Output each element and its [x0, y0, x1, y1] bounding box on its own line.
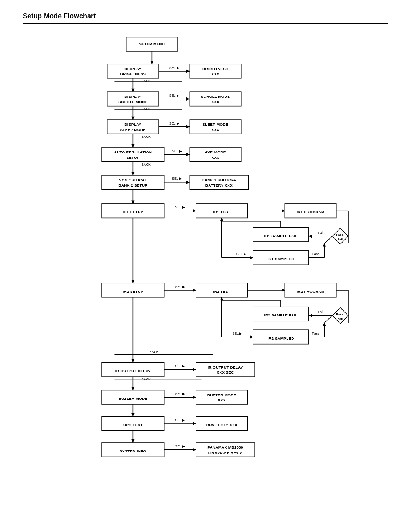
display-brightness-label: DISPLAY	[124, 67, 141, 71]
svg-rect-122	[196, 390, 247, 405]
back-label-4: BACK	[142, 163, 151, 166]
bank2-shutoff-label: BANK 2 SHUTOFF	[202, 178, 236, 182]
svg-marker-125	[131, 413, 134, 416]
svg-text:Fail: Fail	[338, 238, 343, 241]
panamax-mb1000-label: PANAMAX MB1000	[207, 445, 243, 449]
svg-text:XXX: XXX	[218, 398, 226, 402]
back-label-1: BACK	[142, 79, 151, 83]
svg-marker-2	[150, 61, 153, 64]
svg-rect-23	[107, 120, 159, 134]
svg-marker-91	[309, 314, 312, 317]
svg-rect-17	[190, 92, 241, 106]
svg-marker-79	[131, 280, 134, 283]
svg-rect-27	[190, 120, 241, 134]
svg-rect-13	[107, 92, 159, 106]
sel-label-4: SEL ▶	[172, 149, 182, 153]
svg-marker-71	[250, 256, 253, 259]
sel-label-1: SEL ▶	[169, 66, 179, 70]
sel-label-8: SEL ▶	[175, 418, 185, 422]
pass-fail-diamond-ir2: Pass/	[336, 313, 344, 316]
sel-label-5: SEL ▶	[172, 177, 182, 181]
sel-label-2: SEL ▶	[169, 94, 179, 97]
non-critical-label: NON CRITICAL	[119, 178, 147, 182]
svg-text:FIRMWARE REV A: FIRMWARE REV A	[208, 451, 243, 455]
brightness-xxx-label: BRIGHTNESS	[202, 67, 228, 71]
avr-mode-xxx-label: AVR MODE	[205, 150, 226, 154]
svg-marker-12	[131, 89, 134, 92]
display-sleep-label: DISPLAY	[124, 122, 141, 126]
pass-label-ir1: Pass	[312, 252, 320, 256]
sleep-mode-xxx-label: SLEEP MODE	[202, 122, 228, 126]
svg-marker-76	[323, 243, 326, 246]
back-label-2: BACK	[142, 107, 151, 111]
svg-marker-118	[131, 387, 134, 390]
svg-marker-53	[193, 209, 196, 212]
ups-test-label: UPS TEST	[123, 423, 143, 427]
svg-text:SCROLL MODE: SCROLL MODE	[118, 100, 147, 104]
svg-text:SETUP: SETUP	[126, 155, 140, 160]
ir2-program-label: IR2 PROGRAM	[296, 289, 324, 294]
back-label-6: BACK	[142, 377, 151, 381]
svg-text:XXX: XXX	[212, 128, 220, 132]
sel-label-6: SEL ▶	[175, 364, 185, 368]
svg-text:BATTERY XXX: BATTERY XXX	[206, 183, 233, 187]
svg-rect-7	[190, 64, 241, 78]
svg-text:Fail: Fail	[338, 317, 343, 320]
svg-rect-47	[190, 175, 248, 190]
ir1-sampled-label: IR1 SAMPLED	[268, 257, 294, 261]
buzzer-mode-xxx-label: BUZZER MODE	[207, 393, 236, 397]
sel-label-9: SEL ▶	[175, 444, 185, 448]
svg-marker-50	[131, 201, 134, 204]
svg-text:BRIGHTNESS: BRIGHTNESS	[120, 72, 146, 76]
svg-rect-37	[190, 147, 241, 162]
ir1-program-label: IR1 PROGRAM	[296, 210, 324, 214]
ir2-test-label: IR2 TEST	[213, 289, 231, 294]
svg-marker-26	[186, 125, 190, 128]
sel-label-7: SEL ▶	[175, 392, 185, 396]
svg-marker-108	[131, 359, 134, 362]
svg-marker-82	[193, 289, 196, 292]
svg-marker-104	[323, 323, 326, 326]
svg-text:BANK 2 SETUP: BANK 2 SETUP	[118, 183, 147, 187]
svg-rect-33	[102, 147, 164, 162]
svg-marker-131	[131, 439, 134, 443]
ir-output-delay-xxx-label: IR OUTPUT DELAY	[207, 365, 243, 369]
svg-marker-16	[186, 97, 190, 101]
svg-line-105	[325, 316, 333, 323]
page-header: Setup Mode Flowchart	[0, 0, 411, 24]
page-title: Setup Mode Flowchart	[23, 12, 388, 20]
svg-marker-134	[193, 448, 196, 451]
scroll-mode-xxx-label: SCROLL MODE	[201, 94, 230, 99]
sel-label-ir2: SEL ▶	[175, 285, 185, 289]
pass-label-ir2: Pass	[312, 332, 320, 335]
svg-marker-22	[131, 117, 134, 120]
system-info-label: SYSTEM INFO	[119, 449, 146, 453]
sel-label-ir1-sampled: SEL ▶	[236, 252, 246, 256]
svg-marker-6	[186, 70, 190, 73]
ir1-sample-fail-label: IR1 SAMPLE FAIL	[264, 234, 298, 238]
svg-text:XXX: XXX	[212, 100, 220, 104]
svg-marker-85	[282, 289, 285, 292]
svg-marker-46	[186, 181, 190, 184]
ir1-setup-label: IR1 SETUP	[123, 210, 143, 214]
svg-marker-112	[193, 368, 196, 371]
run-test-xxx-label: RUN TEST? XXX	[206, 423, 237, 427]
svg-marker-101	[250, 335, 253, 339]
ir2-sampled-label: IR2 SAMPLED	[268, 336, 294, 340]
svg-marker-121	[193, 396, 196, 399]
ir2-sample-fail-label: IR2 SAMPLE FAIL	[264, 313, 298, 317]
sel-label-ir1: SEL ▶	[175, 205, 185, 209]
buzzer-mode-label: BUZZER MODE	[118, 396, 147, 401]
svg-marker-62	[309, 235, 312, 238]
sel-label-3: SEL ▶	[169, 121, 179, 125]
flowchart-svg: SETUP MENU DISPLAY BRIGHTNESS SEL ▶ BRIG…	[15, 33, 396, 532]
svg-rect-3	[107, 64, 159, 78]
svg-line-77	[325, 236, 333, 243]
svg-text:SLEEP MODE: SLEEP MODE	[120, 128, 146, 132]
fail-label-ir2: Fail	[318, 310, 323, 314]
pass-fail-diamond-ir1: Pass/	[336, 233, 344, 236]
svg-marker-32	[131, 144, 134, 147]
setup-menu-label: SETUP MENU	[139, 42, 165, 46]
svg-marker-56	[282, 209, 285, 212]
auto-regulation-label: AUTO REGULATION	[114, 150, 152, 154]
